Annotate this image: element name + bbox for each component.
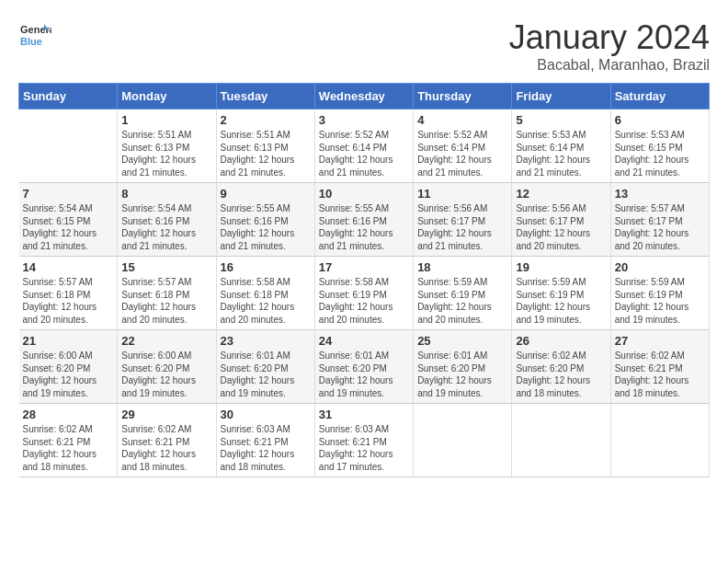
header-wednesday: Wednesday — [314, 84, 413, 109]
day-number: 25 — [417, 334, 507, 348]
svg-text:Blue: Blue — [20, 36, 42, 47]
day-number: 6 — [615, 113, 705, 127]
day-number: 20 — [615, 260, 705, 274]
table-row: 3Sunrise: 5:52 AM Sunset: 6:14 PM Daylig… — [314, 109, 413, 183]
table-row: 6Sunrise: 5:53 AM Sunset: 6:15 PM Daylig… — [610, 109, 709, 183]
day-info: Sunrise: 5:52 AM Sunset: 6:14 PM Dayligh… — [417, 129, 507, 178]
day-number: 7 — [23, 187, 114, 201]
day-info: Sunrise: 6:03 AM Sunset: 6:21 PM Dayligh… — [319, 423, 409, 473]
table-row: 16Sunrise: 5:58 AM Sunset: 6:18 PM Dayli… — [216, 257, 314, 330]
weekday-header-row: Sunday Monday Tuesday Wednesday Thursday… — [19, 84, 710, 109]
day-number: 10 — [319, 187, 409, 201]
calendar-week-row: 28Sunrise: 6:02 AM Sunset: 6:21 PM Dayli… — [19, 404, 710, 477]
table-row: 28Sunrise: 6:02 AM Sunset: 6:21 PM Dayli… — [19, 404, 118, 477]
day-info: Sunrise: 5:51 AM Sunset: 6:13 PM Dayligh… — [121, 129, 211, 178]
day-number: 4 — [417, 113, 507, 127]
table-row: 5Sunrise: 5:53 AM Sunset: 6:14 PM Daylig… — [512, 109, 610, 183]
day-info: Sunrise: 5:54 AM Sunset: 6:16 PM Dayligh… — [121, 202, 211, 252]
day-number: 11 — [417, 187, 507, 201]
day-info: Sunrise: 6:00 AM Sunset: 6:20 PM Dayligh… — [23, 350, 114, 399]
day-info: Sunrise: 6:00 AM Sunset: 6:20 PM Dayligh… — [121, 350, 211, 399]
day-info: Sunrise: 5:52 AM Sunset: 6:14 PM Dayligh… — [319, 129, 409, 178]
calendar-subtitle: Bacabal, Maranhao, Brazil — [509, 57, 710, 74]
day-number: 21 — [23, 334, 114, 348]
day-info: Sunrise: 6:01 AM Sunset: 6:20 PM Dayligh… — [319, 350, 409, 399]
day-info: Sunrise: 5:51 AM Sunset: 6:13 PM Dayligh… — [221, 129, 311, 178]
day-number: 5 — [516, 113, 606, 127]
day-info: Sunrise: 6:02 AM Sunset: 6:21 PM Dayligh… — [121, 423, 211, 473]
day-number: 26 — [516, 334, 606, 348]
table-row: 26Sunrise: 6:02 AM Sunset: 6:20 PM Dayli… — [512, 330, 610, 404]
title-area: January 2024 Bacabal, Maranhao, Brazil — [509, 18, 710, 74]
table-row: 14Sunrise: 5:57 AM Sunset: 6:18 PM Dayli… — [19, 257, 118, 330]
day-info: Sunrise: 6:02 AM Sunset: 6:21 PM Dayligh… — [23, 423, 114, 473]
day-info: Sunrise: 5:58 AM Sunset: 6:18 PM Dayligh… — [221, 276, 311, 326]
table-row: 4Sunrise: 5:52 AM Sunset: 6:14 PM Daylig… — [414, 109, 512, 183]
header-sunday: Sunday — [19, 84, 118, 109]
day-info: Sunrise: 5:57 AM Sunset: 6:18 PM Dayligh… — [23, 276, 114, 326]
header: General Blue January 2024 Bacabal, Maran… — [18, 18, 710, 74]
header-friday: Friday — [512, 84, 610, 109]
table-row: 10Sunrise: 5:55 AM Sunset: 6:16 PM Dayli… — [314, 183, 413, 257]
header-saturday: Saturday — [610, 84, 709, 109]
day-number: 22 — [121, 334, 211, 348]
table-row: 19Sunrise: 5:59 AM Sunset: 6:19 PM Dayli… — [512, 257, 610, 330]
day-number: 27 — [615, 334, 705, 348]
day-number: 8 — [121, 187, 211, 201]
day-number: 28 — [23, 408, 114, 421]
table-row — [512, 404, 610, 477]
table-row: 30Sunrise: 6:03 AM Sunset: 6:21 PM Dayli… — [216, 404, 314, 477]
day-number: 1 — [121, 113, 211, 127]
table-row: 27Sunrise: 6:02 AM Sunset: 6:21 PM Dayli… — [610, 330, 709, 404]
day-number: 24 — [319, 334, 409, 348]
table-row: 18Sunrise: 5:59 AM Sunset: 6:19 PM Dayli… — [414, 257, 512, 330]
logo-graphic: General Blue — [18, 18, 51, 52]
calendar-week-row: 1Sunrise: 5:51 AM Sunset: 6:13 PM Daylig… — [19, 109, 710, 183]
table-row: 7Sunrise: 5:54 AM Sunset: 6:15 PM Daylig… — [19, 183, 118, 257]
day-info: Sunrise: 5:57 AM Sunset: 6:18 PM Dayligh… — [121, 276, 211, 326]
day-number: 15 — [121, 260, 211, 274]
header-thursday: Thursday — [414, 84, 512, 109]
day-number: 16 — [221, 260, 311, 274]
day-number: 3 — [319, 113, 409, 127]
table-row — [414, 404, 512, 477]
day-number: 9 — [221, 187, 311, 201]
table-row: 20Sunrise: 5:59 AM Sunset: 6:19 PM Dayli… — [610, 257, 709, 330]
calendar-table: Sunday Monday Tuesday Wednesday Thursday… — [18, 83, 710, 477]
day-info: Sunrise: 5:54 AM Sunset: 6:15 PM Dayligh… — [23, 202, 114, 252]
header-monday: Monday — [118, 84, 216, 109]
day-info: Sunrise: 5:59 AM Sunset: 6:19 PM Dayligh… — [516, 276, 606, 326]
day-number: 23 — [221, 334, 311, 348]
day-info: Sunrise: 5:55 AM Sunset: 6:16 PM Dayligh… — [319, 202, 409, 252]
day-info: Sunrise: 6:01 AM Sunset: 6:20 PM Dayligh… — [221, 350, 311, 399]
day-info: Sunrise: 5:57 AM Sunset: 6:17 PM Dayligh… — [615, 202, 705, 252]
day-info: Sunrise: 5:53 AM Sunset: 6:14 PM Dayligh… — [516, 129, 606, 178]
calendar-title: January 2024 — [509, 18, 710, 57]
day-info: Sunrise: 6:02 AM Sunset: 6:20 PM Dayligh… — [516, 350, 606, 399]
day-number: 12 — [516, 187, 606, 201]
day-info: Sunrise: 6:01 AM Sunset: 6:20 PM Dayligh… — [417, 350, 507, 399]
day-number: 18 — [417, 260, 507, 274]
day-info: Sunrise: 5:53 AM Sunset: 6:15 PM Dayligh… — [615, 129, 705, 178]
day-number: 19 — [516, 260, 606, 274]
day-info: Sunrise: 6:03 AM Sunset: 6:21 PM Dayligh… — [221, 423, 311, 473]
table-row: 24Sunrise: 6:01 AM Sunset: 6:20 PM Dayli… — [314, 330, 413, 404]
table-row: 1Sunrise: 5:51 AM Sunset: 6:13 PM Daylig… — [118, 109, 216, 183]
table-row: 8Sunrise: 5:54 AM Sunset: 6:16 PM Daylig… — [118, 183, 216, 257]
table-row — [19, 109, 118, 183]
calendar-week-row: 21Sunrise: 6:00 AM Sunset: 6:20 PM Dayli… — [19, 330, 710, 404]
calendar-week-row: 7Sunrise: 5:54 AM Sunset: 6:15 PM Daylig… — [19, 183, 710, 257]
day-number: 17 — [319, 260, 409, 274]
day-info: Sunrise: 5:58 AM Sunset: 6:19 PM Dayligh… — [319, 276, 409, 326]
table-row: 12Sunrise: 5:56 AM Sunset: 6:17 PM Dayli… — [512, 183, 610, 257]
day-info: Sunrise: 5:59 AM Sunset: 6:19 PM Dayligh… — [417, 276, 507, 326]
table-row: 15Sunrise: 5:57 AM Sunset: 6:18 PM Dayli… — [118, 257, 216, 330]
calendar-week-row: 14Sunrise: 5:57 AM Sunset: 6:18 PM Dayli… — [19, 257, 710, 330]
table-row: 31Sunrise: 6:03 AM Sunset: 6:21 PM Dayli… — [314, 404, 413, 477]
table-row — [610, 404, 709, 477]
table-row: 17Sunrise: 5:58 AM Sunset: 6:19 PM Dayli… — [314, 257, 413, 330]
day-number: 14 — [23, 260, 114, 274]
day-info: Sunrise: 5:59 AM Sunset: 6:19 PM Dayligh… — [615, 276, 705, 326]
table-row: 2Sunrise: 5:51 AM Sunset: 6:13 PM Daylig… — [216, 109, 314, 183]
header-tuesday: Tuesday — [216, 84, 314, 109]
